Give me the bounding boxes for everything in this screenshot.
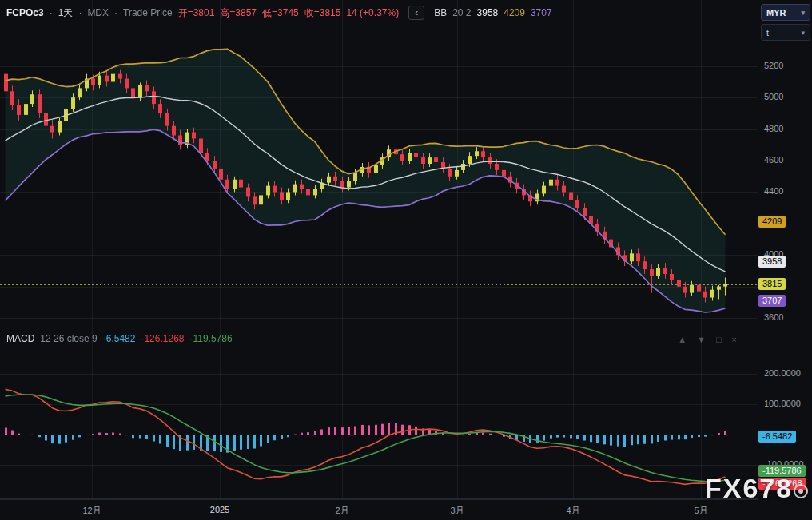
price-type-label: Trade Price [123, 7, 173, 18]
bb-basis-badge: 3958 [758, 256, 786, 268]
macd-line-value: -126.1268 [141, 333, 184, 344]
time-axis-label: 3月 [450, 505, 464, 517]
chevron-down-icon: ▾ [801, 29, 805, 37]
low-value: 低=3745 [262, 6, 299, 20]
tradingview-chart-app: FCPOc3 · 1天 · MDX · Trade Price 开=3801 高… [0, 0, 812, 520]
price-axis-label: 4400 [764, 186, 783, 196]
unit-dropdown[interactable]: t ▾ [761, 24, 810, 41]
macd-legend: MACD 12 26 close 9 -6.5482 -126.1268 -11… [6, 333, 233, 344]
price-axis-label: 100.0000 [764, 399, 801, 408]
change-value: 14 (+0.37%) [346, 7, 399, 18]
pane-maximize-icon[interactable]: □ [716, 335, 722, 344]
watermark: FX678 [705, 473, 793, 504]
symbol-name[interactable]: FCPOc3 [6, 7, 44, 18]
bb-basis-value: 3958 [477, 7, 499, 18]
time-axis-label: 4月 [566, 505, 579, 517]
bb-lower-badge: 3707 [758, 295, 786, 307]
chart-legend: FCPOc3 · 1天 · MDX · Trade Price 开=3801 高… [6, 6, 552, 20]
pane-move-down-icon[interactable]: ▼ [697, 335, 706, 344]
price-axis-label: 4600 [764, 155, 783, 165]
bb-params: 20 2 [452, 7, 471, 18]
macd-indicator-label[interactable]: MACD [6, 333, 34, 344]
bb-upper-badge: 4209 [758, 216, 786, 228]
macd-hist-badge: -6.5482 [758, 431, 796, 443]
pane-move-up-icon[interactable]: ▲ [678, 335, 687, 344]
price-axis-label: 5000 [764, 92, 783, 101]
time-axis[interactable]: 12月20252月3月4月5月 [0, 499, 758, 520]
unit-label: t [766, 28, 769, 38]
legend-separator: · [50, 7, 53, 18]
bb-indicator-label[interactable]: BB [434, 7, 447, 18]
price-scale-axis[interactable]: MYR ▾ t ▾ 520050004800460044004000360020… [758, 0, 812, 520]
pane-controls: ▲ ▼ □ × [678, 335, 737, 344]
bb-lower-value: 3707 [531, 7, 552, 18]
fx678-logo-icon [794, 484, 808, 498]
exchange-label: MDX [87, 7, 109, 18]
price-pane: FCPOc3 · 1天 · MDX · Trade Price 开=3801 高… [0, 0, 758, 327]
macd-histogram-value: -6.5482 [103, 333, 136, 344]
open-value: 开=3801 [178, 6, 215, 20]
price-chart-canvas[interactable] [0, 0, 758, 327]
macd-signal-value: -119.5786 [189, 333, 232, 344]
time-axis-label: 5月 [694, 505, 707, 517]
time-axis-label: 2月 [335, 505, 348, 517]
legend-collapse-button[interactable]: ‹ [408, 6, 424, 20]
currency-dropdown[interactable]: MYR ▾ [761, 4, 810, 21]
price-axis-label: 3600 [764, 312, 783, 322]
time-axis-label: 12月 [82, 505, 101, 517]
pane-close-icon[interactable]: × [732, 335, 737, 344]
price-axis-label: 200.0000 [764, 368, 801, 378]
interval-label[interactable]: 1天 [58, 6, 74, 20]
bb-upper-value: 4209 [504, 7, 525, 18]
currency-label: MYR [766, 8, 786, 18]
macd-pane: MACD 12 26 close 9 -6.5482 -126.1268 -11… [0, 327, 758, 499]
chevron-left-icon: ‹ [415, 7, 418, 18]
time-axis-label: 2025 [210, 505, 229, 514]
price-axis-label: 5200 [764, 61, 783, 70]
price-axis-label: 4800 [764, 124, 783, 133]
chevron-down-icon: ▾ [801, 9, 805, 17]
high-value: 高=3857 [220, 6, 257, 20]
legend-separator: · [78, 7, 82, 18]
macd-params: 12 26 close 9 [40, 333, 97, 344]
last-price-badge: 3815 [758, 278, 786, 290]
close-value: 收=3815 [304, 6, 341, 20]
macd-chart-canvas[interactable] [0, 327, 758, 499]
legend-separator: · [114, 7, 117, 18]
